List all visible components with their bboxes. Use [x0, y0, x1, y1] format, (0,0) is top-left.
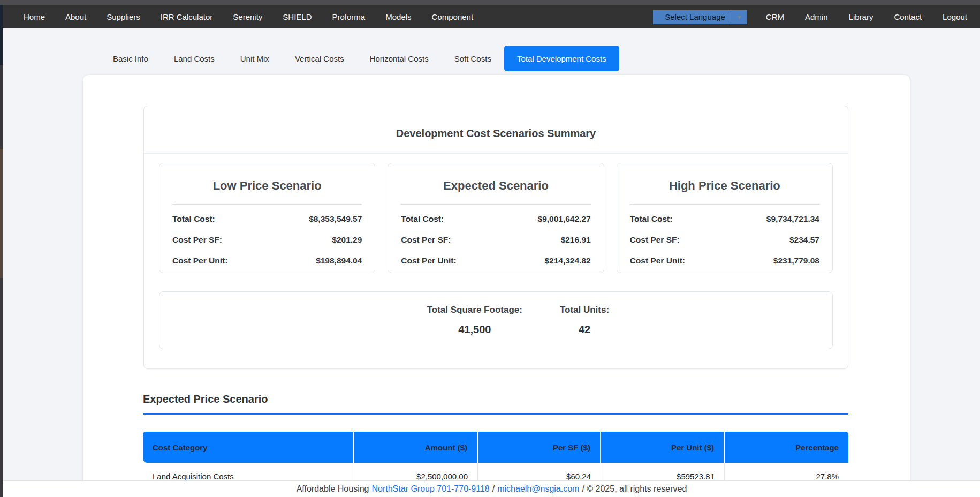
footer-separator: / [492, 484, 495, 494]
nav-item-irr-calculator[interactable]: IRR Calculator [161, 12, 213, 21]
summary-title: Development Cost Scenarios Summary [144, 106, 848, 140]
metric-label: Total Cost: [172, 214, 215, 224]
metric-label: Cost Per Unit: [172, 256, 227, 266]
total-value: 41,500 [427, 323, 522, 336]
tab-horizontal-costs[interactable]: Horizontal Costs [357, 46, 442, 71]
nav-right-group: Select Language ▼ CRM Admin Library Cont… [653, 10, 980, 24]
metric-row: Cost Per Unit: $214,324.82 [401, 256, 590, 266]
scenario-title: Low Price Scenario [172, 179, 362, 193]
metric-row: Cost Per Unit: $231,779.08 [630, 256, 819, 266]
tab-vertical-costs[interactable]: Vertical Costs [282, 46, 357, 71]
metric-label: Cost Per Unit: [630, 256, 685, 266]
metric-label: Total Cost: [630, 214, 673, 224]
content-card: Development Cost Scenarios Summary Low P… [83, 75, 910, 497]
scenario-cards-row: Low Price Scenario Total Cost: $8,353,54… [144, 163, 848, 273]
total-units: Total Units: 42 [560, 305, 609, 336]
scenario-card-low: Low Price Scenario Total Cost: $8,353,54… [159, 163, 375, 273]
tab-unit-mix[interactable]: Unit Mix [227, 46, 282, 71]
col-header-per-unit: Per Unit ($) [601, 432, 725, 463]
window-left-edge-artifact [0, 0, 3, 497]
col-header-percentage: Percentage [725, 432, 848, 463]
heading-underline [143, 413, 848, 415]
scenario-divider [630, 204, 819, 205]
nav-item-home[interactable]: Home [24, 12, 45, 21]
nav-item-library[interactable]: Library [849, 12, 873, 21]
metric-value: $231,779.08 [773, 256, 819, 266]
expected-scenario-heading: Expected Price Scenario [143, 393, 268, 405]
nav-item-contact[interactable]: Contact [894, 12, 922, 21]
scenario-card-expected: Expected Scenario Total Cost: $9,001,642… [388, 163, 604, 273]
total-value: 42 [560, 323, 609, 336]
metric-label: Cost Per SF: [401, 235, 451, 245]
nav-item-component[interactable]: Component [432, 12, 474, 21]
metric-value: $9,001,642.27 [538, 214, 591, 224]
total-label: Total Square Footage: [427, 305, 522, 315]
footer-text-suffix: / © 2025, all rights reserved [582, 484, 687, 494]
metric-row: Total Cost: $8,353,549.57 [172, 214, 362, 224]
language-selector[interactable]: Select Language ▼ [653, 10, 747, 24]
scenarios-summary-panel: Development Cost Scenarios Summary Low P… [143, 106, 848, 369]
metric-row: Total Cost: $9,001,642.27 [401, 214, 590, 224]
col-header-cost-category: Cost Category [143, 432, 354, 463]
metric-row: Cost Per SF: $216.91 [401, 235, 590, 245]
metric-value: $234.57 [789, 235, 819, 245]
metric-value: $216.91 [561, 235, 591, 245]
col-header-per-sf: Per SF ($) [478, 432, 601, 463]
scenario-title: High Price Scenario [630, 179, 819, 193]
nav-item-about[interactable]: About [65, 12, 86, 21]
metric-value: $8,353,549.57 [309, 214, 362, 224]
footer-link-email[interactable]: michaelh@nsgia.com [497, 484, 579, 494]
nav-item-shield[interactable]: SHIELD [283, 12, 312, 21]
scenario-divider [401, 204, 590, 205]
metric-label: Cost Per Unit: [401, 256, 456, 266]
cost-tabs: Basic Info Land Costs Unit Mix Vertical … [100, 46, 619, 71]
metric-row: Cost Per SF: $234.57 [630, 235, 819, 245]
footer-text-prefix: Affordable Housing [297, 484, 369, 494]
total-square-footage: Total Square Footage: 41,500 [427, 305, 522, 336]
window-top-edge [0, 0, 980, 5]
scenario-divider [172, 204, 362, 205]
metric-label: Cost Per SF: [172, 235, 222, 245]
nav-item-logout[interactable]: Logout [943, 12, 967, 21]
tab-land-costs[interactable]: Land Costs [161, 46, 227, 71]
metric-value: $198,894.04 [316, 256, 362, 266]
metric-row: Total Cost: $9,734,721.34 [630, 214, 819, 224]
metric-value: $9,734,721.34 [766, 214, 819, 224]
col-header-amount: Amount ($) [354, 432, 478, 463]
table-header-row: Cost Category Amount ($) Per SF ($) Per … [143, 432, 848, 463]
nav-item-models[interactable]: Models [385, 12, 411, 21]
footer-link-phone[interactable]: NorthStar Group 701-770-9118 [371, 484, 489, 494]
project-totals-panel: Total Square Footage: 41,500 Total Units… [159, 291, 833, 349]
main-navbar: Home About Suppliers IRR Calculator Sere… [0, 5, 980, 28]
metric-row: Cost Per Unit: $198,894.04 [172, 256, 362, 266]
nav-item-suppliers[interactable]: Suppliers [107, 12, 140, 21]
chevron-down-icon: ▼ [731, 10, 747, 24]
nav-item-serenity[interactable]: Serenity [233, 12, 262, 21]
scenario-card-high: High Price Scenario Total Cost: $9,734,7… [617, 163, 833, 273]
metric-label: Total Cost: [401, 214, 444, 224]
total-label: Total Units: [560, 305, 609, 315]
metric-value: $214,324.82 [544, 256, 590, 266]
metric-label: Cost Per SF: [630, 235, 680, 245]
page-footer: Affordable Housing NorthStar Group 701-7… [3, 480, 980, 497]
tab-total-development-costs[interactable]: Total Development Costs [504, 46, 619, 71]
metric-row: Cost Per SF: $201.29 [172, 235, 362, 245]
metric-value: $201.29 [332, 235, 362, 245]
nav-item-admin[interactable]: Admin [805, 12, 828, 21]
nav-left-group: Home About Suppliers IRR Calculator Sere… [0, 12, 473, 21]
scenario-title: Expected Scenario [401, 179, 590, 193]
nav-item-crm[interactable]: CRM [766, 12, 784, 21]
nav-item-proforma[interactable]: Proforma [332, 12, 366, 21]
tab-basic-info[interactable]: Basic Info [100, 46, 161, 71]
summary-divider [144, 153, 848, 154]
tab-soft-costs[interactable]: Soft Costs [442, 46, 504, 71]
language-selector-label: Select Language [665, 12, 731, 21]
